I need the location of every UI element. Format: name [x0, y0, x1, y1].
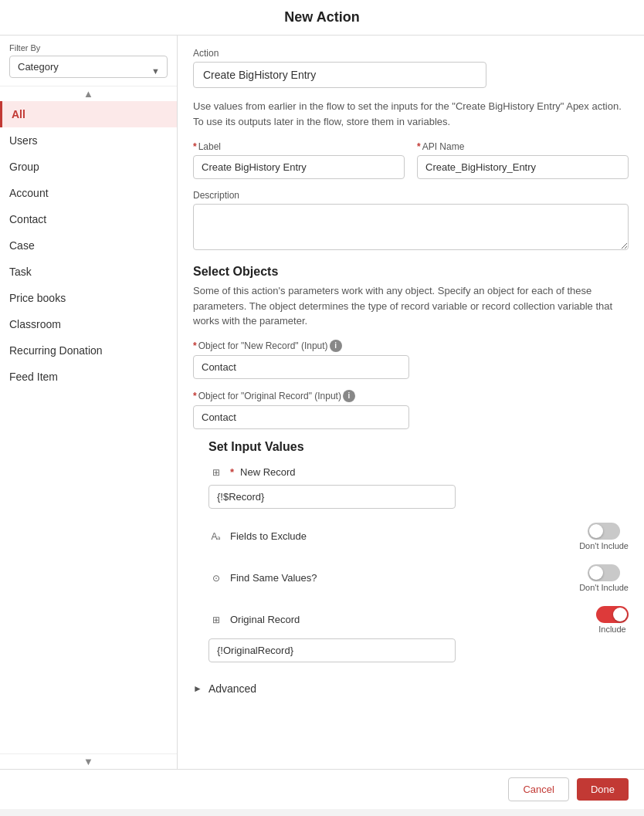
label-api-row: * Label * API Name	[193, 141, 629, 179]
new-record-object-label: * Object for "New Record" (Input) i	[193, 340, 629, 352]
fields-to-exclude-toggle[interactable]	[588, 523, 620, 540]
sidebar-item-label: Classroom	[9, 318, 61, 330]
text-icon: Aₐ	[208, 529, 224, 544]
main-content: Action Create BigHistory Entry Use value…	[178, 36, 644, 769]
sidebar-item-users[interactable]: Users	[0, 127, 177, 154]
find-same-values-header: ⊙ Find Same Values? Don't Include	[208, 564, 629, 592]
sidebar-item-label: Group	[9, 161, 39, 173]
original-record-toggle[interactable]	[596, 606, 629, 623]
sidebar-scroll-down[interactable]: ▼	[0, 753, 177, 769]
find-same-values-row: ⊙ Find Same Values? Don't Include	[208, 564, 629, 592]
original-record-header: ⊞ Original Record Include	[208, 606, 629, 634]
required-star: *	[193, 141, 197, 152]
sidebar-list: All Users Group Account Contact Case Tas…	[0, 101, 177, 753]
select-objects-section: Select Objects Some of this action's par…	[193, 265, 629, 429]
required-star: *	[193, 391, 197, 401]
record-icon: ⊞	[208, 465, 224, 480]
original-record-toggle-label: Include	[598, 625, 625, 634]
find-same-values-toggle-label: Don't Include	[579, 583, 629, 592]
new-record-value-input[interactable]	[208, 485, 456, 509]
chevron-right-icon: ►	[193, 683, 202, 694]
find-same-values-label: ⊙ Find Same Values?	[208, 571, 317, 586]
find-same-values-toggle[interactable]	[588, 564, 620, 581]
api-name-group: * API Name	[417, 141, 629, 179]
fields-to-exclude-header: Aₐ Fields to Exclude Don't Include	[208, 523, 629, 550]
action-label: Action	[193, 48, 629, 59]
filter-by-label: Filter By	[0, 36, 177, 56]
action-value: Create BigHistory Entry	[193, 62, 486, 88]
sidebar-item-label: Users	[9, 134, 38, 147]
sidebar-item-label: Task	[9, 266, 32, 278]
select-objects-description: Some of this action's parameters work wi…	[193, 283, 629, 329]
original-record-object-input[interactable]	[193, 405, 409, 429]
sidebar-item-contact[interactable]: Contact	[0, 206, 177, 232]
sidebar: Filter By Category ▼ ▲ All Users Group A…	[0, 36, 178, 769]
original-record-toggle-wrap[interactable]: Include	[596, 606, 629, 634]
set-input-title: Set Input Values	[208, 440, 629, 454]
modal-title: New Action	[284, 9, 359, 25]
new-record-label: ⊞ * New Record	[208, 465, 296, 480]
sidebar-item-label: Price books	[9, 292, 66, 304]
new-record-object-input[interactable]	[193, 355, 409, 379]
compare-icon: ⊙	[208, 571, 224, 586]
info-icon[interactable]: i	[330, 340, 342, 352]
sidebar-item-case[interactable]: Case	[0, 232, 177, 259]
sidebar-item-classroom[interactable]: Classroom	[0, 311, 177, 337]
sidebar-item-feed-item[interactable]: Feed Item	[0, 364, 177, 390]
required-star: *	[230, 466, 234, 478]
filter-select-wrap[interactable]: Category ▼	[0, 56, 177, 86]
required-star: *	[417, 141, 421, 152]
sidebar-item-account[interactable]: Account	[0, 180, 177, 206]
chevron-down-icon: ▼	[83, 756, 93, 767]
api-name-label: * API Name	[417, 141, 629, 152]
sidebar-item-all[interactable]: All	[0, 101, 177, 127]
select-objects-title: Select Objects	[193, 265, 629, 279]
sidebar-item-task[interactable]: Task	[0, 259, 177, 285]
record-icon: ⊞	[208, 612, 224, 628]
original-record-input-row: ⊞ Original Record Include	[208, 606, 629, 662]
filter-select[interactable]: Category	[9, 56, 168, 78]
label-group: * Label	[193, 141, 405, 179]
sidebar-item-label: Feed Item	[9, 371, 58, 383]
original-record-label: ⊞ Original Record	[208, 612, 300, 628]
description-input[interactable]	[193, 204, 629, 250]
chevron-up-icon: ▲	[83, 88, 93, 100]
fields-to-exclude-toggle-label: Don't Include	[579, 541, 629, 550]
sidebar-item-group[interactable]: Group	[0, 154, 177, 180]
sidebar-item-price-books[interactable]: Price books	[0, 285, 177, 311]
api-name-input[interactable]	[417, 155, 629, 179]
info-text: Use values from earlier in the flow to s…	[193, 99, 629, 129]
done-button[interactable]: Done	[577, 778, 629, 801]
fields-to-exclude-toggle-wrap[interactable]: Don't Include	[579, 523, 629, 550]
advanced-label: Advanced	[208, 682, 256, 695]
modal-header: New Action	[0, 0, 644, 36]
new-record-object-wrap: * Object for "New Record" (Input) i	[193, 340, 629, 379]
original-record-object-wrap: * Object for "Original Record" (Input) i	[193, 390, 629, 429]
original-record-value-input[interactable]	[208, 638, 456, 662]
new-record-header: ⊞ * New Record	[208, 465, 629, 480]
required-star: *	[193, 340, 197, 351]
sidebar-scroll-up[interactable]: ▲	[0, 86, 177, 101]
label-input[interactable]	[193, 155, 405, 179]
label-field-label: * Label	[193, 141, 405, 152]
new-record-input-row: ⊞ * New Record	[208, 465, 629, 509]
fields-to-exclude-row: Aₐ Fields to Exclude Don't Include	[208, 523, 629, 550]
sidebar-item-recurring-donation[interactable]: Recurring Donation	[0, 337, 177, 364]
advanced-section[interactable]: ► Advanced	[193, 676, 629, 701]
sidebar-item-label: Case	[9, 239, 35, 252]
modal-footer: Cancel Done	[0, 769, 644, 809]
set-input-values-section: Set Input Values ⊞ * New Record Aₐ	[193, 440, 629, 662]
fields-to-exclude-label: Aₐ Fields to Exclude	[208, 529, 307, 544]
sidebar-item-label: Account	[9, 187, 49, 199]
info-icon[interactable]: i	[343, 390, 355, 402]
original-record-object-label: * Object for "Original Record" (Input) i	[193, 390, 629, 402]
sidebar-item-label: Recurring Donation	[9, 344, 103, 357]
description-label: Description	[193, 190, 629, 201]
description-group: Description	[193, 190, 629, 252]
find-same-values-toggle-wrap[interactable]: Don't Include	[579, 564, 629, 592]
sidebar-item-label: All	[12, 108, 25, 120]
cancel-button[interactable]: Cancel	[508, 777, 568, 801]
sidebar-item-label: Contact	[9, 213, 46, 225]
